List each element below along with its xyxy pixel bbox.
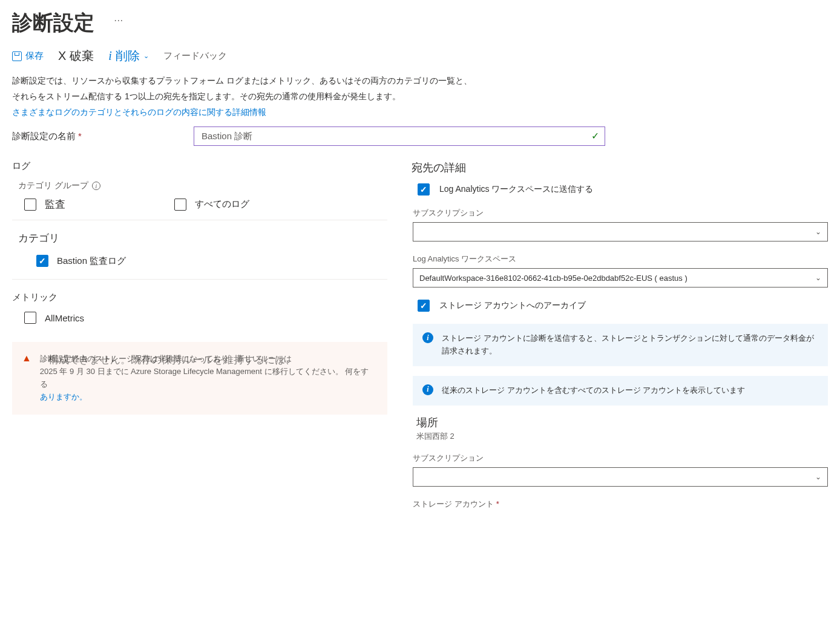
storage-subscription-select[interactable]: ⌄ <box>413 467 828 487</box>
chevron-down-icon: ⌄ <box>815 274 821 282</box>
category-title: カテゴリ <box>18 231 387 245</box>
description-link[interactable]: さまざまなログのカテゴリとそれらのログの内容に関する詳細情報 <box>12 105 828 120</box>
law-label: Log Analytics ワークスペースに送信する <box>439 184 593 195</box>
location-value: 米国西部 2 <box>416 431 828 442</box>
more-menu-button[interactable]: … <box>114 13 123 24</box>
page-title: 診断設定 <box>12 9 94 37</box>
toolbar: 保存 X 破棄 i 削除 ⌄ フィードバック <box>12 48 828 64</box>
feedback-label: フィードバック <box>163 50 227 62</box>
storage-account-label: ストレージ アカウント* <box>413 499 828 510</box>
discard-label: 破棄 <box>70 48 94 64</box>
info-icon: i <box>108 49 112 63</box>
check-icon: ✓ <box>591 130 599 142</box>
info-icon: i <box>422 332 433 343</box>
law-workspace-value: DefaultWorkspace-316e8102-0662-41cb-b95e… <box>419 274 687 283</box>
info-text-2: 従来のストレージ アカウントを含むすべてのストレージ アカウントを表示しています <box>442 384 745 397</box>
logs-title: ログ <box>12 160 387 172</box>
diagnostic-name-input[interactable] <box>194 126 605 146</box>
x-icon: X <box>58 49 66 63</box>
dest-title: 宛先の詳細 <box>412 160 828 175</box>
warning-overlay: 構成できません。既存の保持ルールを維持するには、 <box>48 353 295 367</box>
info-box-1: i ストレージ アカウントに診断を送信すると、ストレージとトランザクションに対し… <box>413 324 828 366</box>
warning-box: ▲ 診断設定経由のストレージ保持は非推奨になっており、新しいルールは 2025 … <box>12 342 387 414</box>
info-icon[interactable]: i <box>92 182 100 190</box>
category-group-label: カテゴリ グループ <box>18 180 88 191</box>
feedback-button[interactable]: フィードバック <box>163 50 227 62</box>
bastion-audit-checkbox[interactable] <box>36 255 48 267</box>
location-title: 場所 <box>416 415 828 430</box>
subscription-label: サブスクリプション <box>413 208 828 218</box>
delete-label: 削除 <box>116 48 140 64</box>
bastion-audit-label: Bastion 監査ログ <box>57 255 126 267</box>
warning-line2: 2025 年 9 月 30 日までに Azure Storage Lifecyc… <box>40 367 343 376</box>
save-label: 保存 <box>25 50 44 62</box>
chevron-down-icon: ⌄ <box>815 228 821 236</box>
save-button[interactable]: 保存 <box>12 50 44 62</box>
save-icon <box>12 51 22 61</box>
name-field-label: 診断設定の名前* <box>12 131 194 142</box>
law-workspace-label: Log Analytics ワークスペース <box>413 254 828 264</box>
description-line2: それらをストリーム配信する 1つ以上の宛先を指定します。その宛先の通常の使用料金… <box>12 90 828 104</box>
delete-button[interactable]: i 削除 ⌄ <box>108 48 149 64</box>
storage-subscription-label: サブスクリプション <box>413 453 828 464</box>
all-logs-checkbox[interactable] <box>174 199 186 211</box>
storage-checkbox[interactable] <box>418 300 430 312</box>
info-text-1: ストレージ アカウントに診断を送信すると、ストレージとトランザクションに対して通… <box>442 332 818 358</box>
info-box-2: i 従来のストレージ アカウントを含むすべてのストレージ アカウントを表示してい… <box>413 376 828 406</box>
storage-label: ストレージ アカウントへのアーカイブ <box>439 300 586 311</box>
description-line1: 診断設定では、リソースから収集するプラットフォーム ログまたはメトリック、あるい… <box>12 74 828 88</box>
audit-label: 監査 <box>45 197 65 211</box>
allmetrics-label: AllMetrics <box>45 313 84 323</box>
allmetrics-checkbox[interactable] <box>24 312 36 324</box>
metrics-title: メトリック <box>12 292 387 303</box>
subscription-select[interactable]: ⌄ <box>413 222 828 242</box>
chevron-down-icon: ⌄ <box>815 473 821 481</box>
all-logs-label: すべてのログ <box>195 199 249 210</box>
discard-button[interactable]: X 破棄 <box>58 48 94 64</box>
warning-icon: ▲ <box>22 353 31 403</box>
dropdown-icon: ⌄ <box>143 52 149 60</box>
warning-link[interactable]: ありますか。 <box>40 392 87 401</box>
law-checkbox[interactable] <box>418 183 430 196</box>
info-icon: i <box>422 384 433 395</box>
audit-checkbox[interactable] <box>24 199 36 211</box>
law-workspace-select[interactable]: DefaultWorkspace-316e8102-0662-41cb-b95e… <box>413 268 828 288</box>
